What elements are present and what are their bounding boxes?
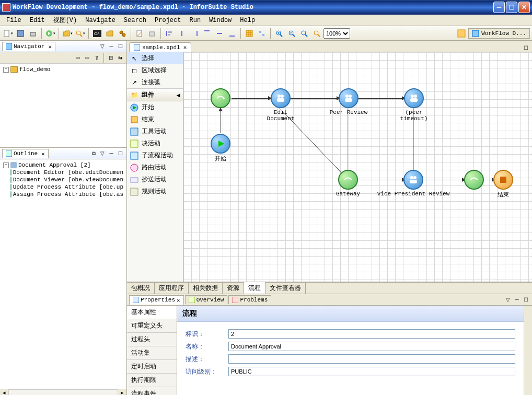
outline-tree[interactable]: + Document Approval [2] Document Editor … xyxy=(0,159,126,389)
forward-icon[interactable]: ⇨ xyxy=(83,54,91,62)
flow-node-gateway[interactable] xyxy=(211,88,230,109)
pin-icon[interactable]: ◂ xyxy=(177,91,180,99)
input-desc[interactable] xyxy=(228,354,515,364)
maximize-view-icon[interactable]: ☐ xyxy=(116,42,124,51)
run-button[interactable] xyxy=(44,28,56,39)
palette-start[interactable]: 开始 xyxy=(127,101,183,113)
pcat-redefinable[interactable]: 可重定义头 xyxy=(127,319,177,333)
props-scrollbar[interactable] xyxy=(524,306,532,395)
close-button[interactable]: ✕ xyxy=(518,2,530,13)
problems-tab[interactable]: Problems xyxy=(228,295,271,304)
package-icon[interactable] xyxy=(146,28,158,39)
flow-node-gateway3[interactable] xyxy=(464,170,484,191)
tree-item[interactable]: + Document Approval [2] xyxy=(2,161,124,169)
menu-navigate[interactable]: Navigate xyxy=(81,16,120,25)
palette-block-activity[interactable]: 块活动 xyxy=(127,137,183,149)
palette-select-tool[interactable]: ↖选择 xyxy=(127,52,183,64)
zoom-reset-icon[interactable] xyxy=(311,28,322,39)
palette-end[interactable]: 结束 xyxy=(127,113,183,125)
open-folder-button[interactable] xyxy=(62,28,73,39)
scroll-left-icon[interactable]: ◂ xyxy=(0,389,8,395)
export-button[interactable] xyxy=(104,28,115,39)
up-icon[interactable]: ⇧ xyxy=(92,54,101,62)
perspective-workflow[interactable]: WorkFlow D... xyxy=(468,28,530,39)
collapse-all-icon[interactable]: ⊟ xyxy=(107,54,115,62)
zoom-out-icon[interactable] xyxy=(286,28,297,39)
editor-tab-sample[interactable]: sample.xpdl ✕ xyxy=(129,42,191,52)
flow-node-start[interactable]: 开始 xyxy=(211,134,230,162)
grid-icon[interactable] xyxy=(244,28,255,39)
tree-item[interactable]: Assign Process Attribute [obe.as xyxy=(2,191,124,198)
properties-tab[interactable]: Properties ✕ xyxy=(129,295,184,305)
btab-flow[interactable]: 流程 xyxy=(244,282,265,294)
print-button[interactable] xyxy=(27,28,39,39)
flow-node-end[interactable]: 结束 xyxy=(493,170,513,199)
close-icon[interactable]: ✕ xyxy=(183,44,187,51)
close-icon[interactable]: ✕ xyxy=(48,43,52,50)
btab-resource[interactable]: 资源 xyxy=(223,282,244,294)
close-icon[interactable]: ✕ xyxy=(41,150,45,157)
pcat-deadline[interactable]: 执行期限 xyxy=(127,374,177,387)
btab-file-viewer[interactable]: 文件查看器 xyxy=(265,282,306,294)
edit-button[interactable] xyxy=(134,28,145,39)
maximize-view-icon[interactable]: ☐ xyxy=(116,149,124,158)
back-icon[interactable]: ⇦ xyxy=(74,54,82,62)
scroll-right-icon[interactable]: ▸ xyxy=(118,389,126,395)
palette-connection-tool[interactable]: ↗连接弧 xyxy=(127,76,183,88)
pcat-process-header[interactable]: 过程头 xyxy=(127,333,177,346)
menu-edit[interactable]: Edit xyxy=(26,16,49,25)
outline-tab[interactable]: Outline ✕ xyxy=(2,149,49,158)
search-button[interactable] xyxy=(74,28,86,39)
snap-icon[interactable] xyxy=(256,28,268,39)
save-button[interactable] xyxy=(15,28,26,39)
navigator-tab[interactable]: Navigator ✕ xyxy=(2,42,55,51)
overview-tab[interactable]: Overview xyxy=(185,295,228,304)
link-editor-icon[interactable]: ⇆ xyxy=(116,54,124,62)
zoom-in-icon[interactable] xyxy=(273,28,285,39)
flow-node-gateway2[interactable]: Gateway xyxy=(335,170,361,197)
console-icon[interactable]: C:\ xyxy=(91,28,103,39)
menu-file[interactable]: File xyxy=(2,16,26,25)
align-top-icon[interactable] xyxy=(201,28,213,39)
flow-canvas[interactable]: Edit Document Peer Review (peer timeout)… xyxy=(183,52,532,282)
maximize-view-icon[interactable]: ☐ xyxy=(522,296,530,304)
view-menu-icon[interactable]: ▽ xyxy=(504,296,512,304)
view-menu-icon[interactable]: ▽ xyxy=(98,42,107,51)
minimize-view-icon[interactable]: ─ xyxy=(107,42,115,51)
input-access[interactable] xyxy=(228,367,515,376)
menu-help[interactable]: Help xyxy=(236,16,259,25)
sort-icon[interactable]: ⧉ xyxy=(89,149,98,158)
align-middle-icon[interactable] xyxy=(214,28,225,39)
flow-node-vp-review[interactable]: Vice President Review xyxy=(377,170,450,197)
flow-node-peer-review[interactable]: Peer Review xyxy=(329,88,368,115)
pcat-basic[interactable]: 基本属性 xyxy=(127,306,177,319)
btab-app[interactable]: 应用程序 xyxy=(155,282,189,294)
palette-route-activity[interactable]: 路由活动 xyxy=(127,161,183,173)
palette-group-components[interactable]: 📁组件◂ xyxy=(127,88,183,101)
flow-node-edit-document[interactable]: Edit Document xyxy=(260,88,302,122)
pcat-flow-events[interactable]: 流程事件 xyxy=(127,387,177,395)
menu-view[interactable]: 视图(V) xyxy=(49,15,82,26)
palette-marquee-tool[interactable]: ◻区域选择 xyxy=(127,64,183,76)
new-button[interactable] xyxy=(2,28,14,39)
expand-icon[interactable]: + xyxy=(3,67,9,73)
flow-node-peer-timeout[interactable]: (peer timeout) xyxy=(390,88,437,122)
view-menu-icon[interactable]: ▽ xyxy=(98,149,107,158)
tree-item[interactable]: Document Editor [obe.editDocumen xyxy=(2,169,124,176)
navigator-tree[interactable]: + flow_demo xyxy=(0,64,126,147)
tree-item[interactable]: Document Viewer [obe.viewDocumen xyxy=(2,176,124,183)
input-id[interactable] xyxy=(228,329,515,339)
align-left-icon[interactable] xyxy=(164,28,175,39)
input-name[interactable] xyxy=(228,342,515,351)
pcat-timer-start[interactable]: 定时启动 xyxy=(127,360,177,374)
close-icon[interactable]: ✕ xyxy=(177,297,180,304)
tree-item[interactable]: Update Process Attribute [obe.up xyxy=(2,183,124,191)
minimize-button[interactable]: ─ xyxy=(493,2,505,13)
menu-project[interactable]: Project xyxy=(151,16,185,25)
gears-icon[interactable] xyxy=(117,28,128,39)
palette-rule-activity[interactable]: 规则活动 xyxy=(127,185,183,197)
minimize-view-icon[interactable]: ─ xyxy=(513,296,521,304)
tree-item-project[interactable]: + flow_demo xyxy=(2,66,124,73)
palette-subflow-activity[interactable]: 子流程活动 xyxy=(127,149,183,161)
align-center-icon[interactable] xyxy=(176,28,188,39)
